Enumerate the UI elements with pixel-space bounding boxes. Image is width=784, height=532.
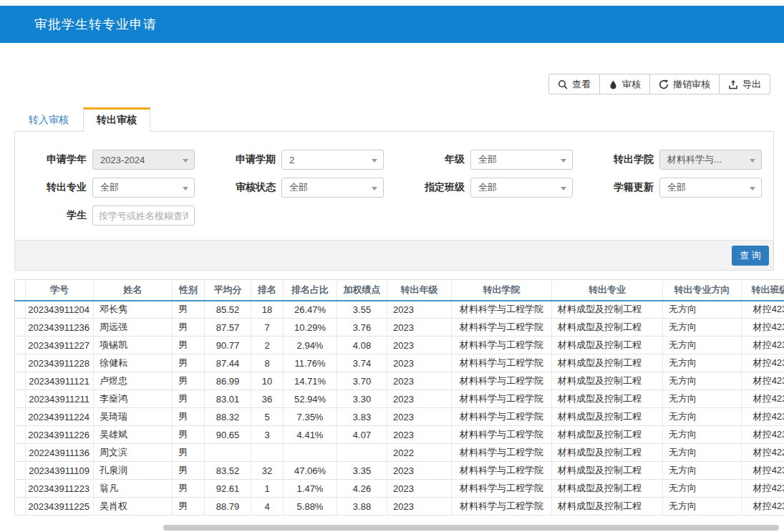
assigned-class-select[interactable]: 全部	[470, 178, 573, 198]
column-header: 转出学院	[452, 280, 552, 301]
table-cell: 材控423	[742, 337, 784, 354]
chevron-down-icon	[750, 159, 755, 163]
table-cell: 14.71%	[284, 372, 337, 390]
table-cell: 材料成型及控制工程	[552, 426, 663, 444]
table-cell: 材料科学与工程学院	[452, 498, 552, 516]
table-cell: 男	[173, 319, 205, 337]
column-header	[15, 280, 26, 301]
table-cell	[205, 444, 251, 462]
enrollment-update-select[interactable]: 全部	[659, 178, 762, 198]
filter-field-student: 学生	[15, 205, 204, 226]
table-row[interactable]: 202343911223翁凡男92.6111.47%4.262023材料科学与工…	[15, 480, 784, 498]
table-cell: 李燊鸿	[94, 390, 173, 408]
table-cell	[337, 444, 387, 462]
apply-term-select[interactable]: 2	[281, 150, 384, 170]
table-cell: 202343911224	[26, 408, 94, 426]
table-cell: 材料成型及控制工程	[552, 462, 663, 480]
table-cell: 90.77	[205, 337, 251, 354]
table-cell: 男	[173, 444, 205, 462]
audit-button[interactable]: 审核	[599, 74, 650, 95]
table-row[interactable]: 202343911211李燊鸿男83.013652.94%3.302023材料科…	[15, 390, 784, 408]
filter-field-grade: 年级全部	[393, 150, 582, 170]
view-button[interactable]: 查看	[548, 74, 600, 95]
table-cell: 材料成型及控制工程	[552, 372, 663, 390]
tab-transfer-out-audit[interactable]: 转出审核	[83, 107, 150, 132]
table-cell: 202343911228	[26, 354, 94, 372]
table-row[interactable]: 202343911109孔泉润男83.523247.06%3.352023材料科…	[15, 462, 784, 480]
column-header: 姓名	[94, 280, 173, 301]
search-button[interactable]: 查 询	[732, 246, 769, 266]
table-row[interactable]: 202343911121卢煜忠男86.991014.71%3.702023材料科…	[15, 372, 784, 390]
table-cell: 2022	[387, 444, 452, 462]
table-cell: 材料科学与工程学院	[452, 408, 552, 426]
table-cell: 无方向	[663, 337, 742, 354]
horizontal-scrollbar[interactable]	[163, 525, 779, 531]
table-cell: 材料成型及控制工程	[552, 354, 663, 372]
out-major-value: 全部	[100, 181, 119, 194]
table-cell: 无方向	[663, 319, 742, 337]
table-cell: 1.47%	[284, 480, 337, 498]
table-cell: 4.07	[337, 426, 387, 444]
table-row[interactable]: 202343911236周远强男87.57710.29%3.762023材料科学…	[15, 319, 784, 337]
table-cell: 材控423	[742, 480, 784, 498]
out-college-label: 转出学院	[582, 153, 654, 166]
column-header: 转出专业方向	[663, 280, 742, 301]
out-college-value: 材料科学与...	[667, 153, 722, 166]
filter-field-apply-year: 申请学年2023-2024	[15, 150, 204, 170]
revoke-audit-button-label: 撤销审核	[673, 78, 710, 91]
table-cell: 材料成型及控制工程	[552, 498, 663, 516]
table-row[interactable]: 202343911204邓长隽男85.521826.47%3.552023材料科…	[15, 301, 784, 319]
table-row[interactable]: 202343911227项锡凯男90.7722.94%4.082023材料科学与…	[15, 337, 784, 354]
apply-term-value: 2	[289, 155, 294, 165]
table-cell: 202243911136	[26, 444, 94, 462]
table-cell: 徐健耘	[94, 354, 173, 372]
table-row[interactable]: 202343911224吴琦瑞男88.3257.35%3.832023材料科学与…	[15, 408, 784, 426]
table-cell: 11.76%	[284, 354, 337, 372]
table-cell: 材料成型及控制工程	[552, 444, 663, 462]
table-cell: 4	[251, 498, 284, 516]
table-cell: 18	[251, 301, 284, 319]
table-cell: 202343911211	[26, 390, 94, 408]
revoke-audit-button[interactable]: 撤销审核	[649, 74, 720, 95]
audit-status-select[interactable]: 全部	[281, 178, 384, 198]
table-cell: 无方向	[663, 426, 742, 444]
table-row[interactable]: 202243911136周文滨男2022材料科学与工程学院材料成型及控制工程无方…	[15, 444, 784, 462]
table-cell: 3.83	[337, 408, 387, 426]
table-cell: 2023	[387, 354, 452, 372]
audit-status-value: 全部	[289, 181, 308, 194]
student-input[interactable]	[92, 205, 195, 226]
table-cell: 无方向	[663, 354, 742, 372]
table-cell: 7	[251, 319, 284, 337]
enrollment-update-value: 全部	[667, 181, 686, 194]
table-cell: 翁凡	[94, 480, 173, 498]
export-button[interactable]: 导出	[719, 74, 770, 95]
table-cell: 项锡凯	[94, 337, 173, 354]
table-cell: 88.32	[205, 408, 251, 426]
grade-select[interactable]: 全部	[470, 150, 573, 170]
table-cell: 材料科学与工程学院	[452, 372, 552, 390]
tab-transfer-in-audit[interactable]: 转入审核	[14, 108, 83, 132]
table-row[interactable]: 202343911228徐健耘男87.44811.76%3.742023材料科学…	[15, 354, 784, 372]
table-cell	[15, 426, 26, 444]
table-cell: 材控422	[742, 444, 784, 462]
out-major-select[interactable]: 全部	[92, 178, 195, 198]
table-row[interactable]: 202343911226吴雄斌男90.6534.41%4.072023材料科学与…	[15, 426, 784, 444]
apply-year-value: 2023-2024	[100, 155, 145, 165]
table-cell: 202343911121	[26, 372, 94, 390]
chevron-down-icon	[183, 187, 188, 190]
table-cell	[15, 480, 26, 498]
toolbar: 查看 审核 撤销审核 导出	[548, 74, 770, 95]
table-cell: 202343911204	[26, 301, 94, 319]
table-cell: 8	[251, 354, 284, 372]
chevron-down-icon	[372, 187, 377, 190]
table-cell: 无方向	[663, 462, 742, 480]
table-cell: 2023	[387, 426, 452, 444]
table-cell	[15, 462, 26, 480]
table-cell: 36	[251, 390, 284, 408]
table-cell: 87.57	[205, 319, 251, 337]
chevron-down-icon	[372, 159, 377, 163]
table-cell	[15, 354, 26, 372]
table-cell: 男	[173, 337, 205, 354]
table-row[interactable]: 202343911225吴肖权男88.7945.88%3.882023材料科学与…	[15, 498, 784, 516]
table-cell: 4.26	[337, 480, 387, 498]
